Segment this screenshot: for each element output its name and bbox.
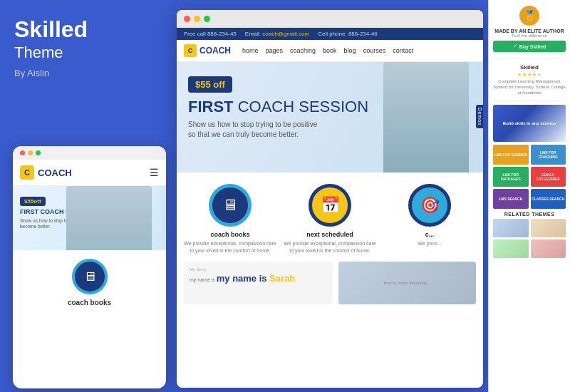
story-name: my name is Sarah [217, 273, 296, 284]
story-row: My Story my name is my name is Sarah how… [177, 262, 483, 304]
related-label: RELATED THEMES [493, 212, 566, 217]
mobile-dot-yellow [28, 150, 33, 155]
nav-courses[interactable]: courses [363, 47, 386, 54]
theme-demos-grid: LMS FOR SUMMER LMS FOR COACHING LMS FOR … [493, 145, 566, 209]
monitor-icon: 🖥 [83, 269, 96, 284]
nav-coaching[interactable]: coaching [290, 47, 316, 54]
mobile-logo-icon: C [20, 165, 34, 180]
related-thumb-4[interactable] [531, 239, 566, 258]
feature-coach-books: 🖥 coach books We provide exceptional, co… [184, 184, 276, 254]
next-scheduled-icon-circle: 📅 [309, 184, 351, 227]
skilled-name: Skilled [493, 64, 566, 71]
target-icon: 🎯 [420, 196, 440, 215]
skilled-stars: ★ ★ ★ ★ ★ [493, 72, 566, 78]
preview-label: Build skills in any science [500, 118, 559, 128]
buy-label: Buy Skilled [519, 44, 546, 49]
nav-pages[interactable]: pages [266, 47, 284, 54]
left-panel: Skilled Theme By Aislin C COACH ☰ $55off… [0, 0, 171, 392]
story-name-start: my name is [190, 277, 217, 282]
next-scheduled-label: next scheduled [284, 231, 376, 238]
theme-subtitle: Theme [14, 43, 157, 62]
mobile-feature-label: coach books [13, 299, 166, 306]
hero-title-rest: COACH SESSION [234, 98, 368, 115]
story-tag: My Story [190, 267, 327, 272]
theme-preview-large: Build skills in any science [493, 105, 566, 142]
browser-logo: C COACH [184, 44, 231, 57]
star-1: ★ [517, 72, 522, 78]
theme-title: Skilled [14, 17, 157, 42]
calendar-icon: 📅 [321, 196, 340, 215]
mobile-feature-section: 🖥 coach books [13, 250, 166, 311]
browser-dot-yellow [194, 16, 200, 22]
browser-dot-red [184, 16, 190, 22]
related-thumb-3[interactable] [493, 239, 529, 258]
mobile-logo-text: COACH [38, 167, 72, 178]
star-2: ★ [522, 72, 527, 78]
browser-titlebar [177, 10, 483, 28]
third-feature-label: c... [383, 231, 476, 238]
nav-contact[interactable]: contact [393, 47, 413, 54]
mobile-hero-badge: $55off [20, 197, 46, 206]
mobile-hamburger-icon: ☰ [150, 167, 159, 178]
related-thumb-2[interactable] [531, 219, 566, 237]
theme-author: By Aislin [14, 68, 157, 78]
coach-books-desc: We provide exceptional, compassion care … [184, 240, 276, 254]
mobile-hero: $55off FIRST COACH SESSI... Show us how … [13, 186, 166, 250]
theme-thumb-lms-packages[interactable]: LMS FOR PACKAGES [493, 167, 529, 187]
mobile-preview: C COACH ☰ $55off FIRST COACH SESSI... Sh… [13, 146, 166, 388]
related-themes-grid [493, 219, 566, 258]
next-scheduled-desc: We provide exceptional, compassion care … [284, 240, 376, 254]
theme-thumb-coach-categories[interactable]: COACH CATEGORIES [531, 167, 566, 187]
browser-hero: Demos $55 off FIRST COACH SESSION Show u… [177, 62, 483, 172]
hero-sub1: Show us how to stop trying to be positiv… [188, 120, 472, 140]
browser-nav-links: home pages coaching book blog courses co… [242, 47, 413, 54]
coach-books-label: coach books [184, 231, 276, 238]
third-feature-desc: We provi... [383, 240, 476, 247]
mobile-dot-green [36, 150, 41, 155]
mobile-hero-image [66, 186, 152, 250]
hero-badge: $55 off [188, 76, 232, 93]
theme-thumb-lms-search[interactable]: LMS SEARCH [493, 189, 529, 209]
mobile-titlebar [13, 146, 166, 160]
mobile-feature-icon: 🖥 [72, 259, 108, 294]
nav-logo-text: COACH [200, 46, 231, 56]
nav-blog[interactable]: blog [344, 47, 356, 54]
cell-phone: Cell phone: 888-234-46 [318, 31, 378, 37]
hero-content: $55 off FIRST COACH SESSION Show us how … [177, 62, 483, 154]
buy-button[interactable]: ✓ Buy Skilled [493, 41, 566, 52]
skilled-info: Skilled ★ ★ ★ ★ ★ Complete Learning Mana… [493, 64, 566, 100]
theme-thumb-classes-search[interactable]: CLASSES SEARCH [531, 189, 566, 209]
features-row: 🖥 coach books We provide exceptional, co… [177, 172, 483, 262]
author-sub: Feel the difference [493, 33, 566, 38]
monitor-icon: 🖥 [222, 196, 238, 215]
hero-title-bold: FIRST [188, 98, 234, 115]
author-badge: 🏅 MADE BY AN ELITE AUTHOR Feel the diffe… [493, 6, 566, 58]
story-intro: my name is my name is Sarah [190, 273, 327, 284]
mobile-dot-red [20, 150, 25, 155]
feature-next-scheduled: 📅 next scheduled We provide exceptional,… [284, 184, 376, 254]
browser-dot-green [204, 16, 210, 22]
coach-books-icon-circle: 🖥 [209, 184, 252, 227]
nav-home[interactable]: home [242, 47, 259, 54]
skilled-desc: Complete Learning Management System for … [493, 79, 566, 96]
checkmark-icon: ✓ [513, 43, 517, 49]
story-card: My Story my name is my name is Sarah [184, 262, 333, 304]
nav-logo-icon: C [184, 44, 197, 57]
star-4: ★ [532, 72, 537, 78]
third-feature-icon-circle: 🎯 [408, 184, 451, 227]
browser-topbar: Free call 888-234-45 Email: coach@gmail.… [177, 28, 483, 40]
story-image: how to make decisions... [338, 262, 476, 304]
related-thumb-1[interactable] [493, 219, 529, 237]
theme-thumb-lms-summer[interactable]: LMS FOR SUMMER [493, 145, 529, 165]
star-3: ★ [527, 72, 532, 78]
mobile-logo: C COACH [20, 165, 72, 180]
theme-thumb-lms-coaching[interactable]: LMS FOR COACHING [531, 145, 566, 165]
sarah-name: Sarah [269, 273, 295, 284]
medal-icon: 🏅 [519, 6, 539, 26]
right-panel: 🏅 MADE BY AN ELITE AUTHOR Feel the diffe… [488, 0, 570, 392]
mobile-nav: C COACH ☰ [13, 160, 166, 186]
hero-title: FIRST COACH SESSION [188, 98, 472, 115]
nav-book[interactable]: book [323, 47, 337, 54]
browser-nav: C COACH home pages coaching book blog co… [177, 40, 483, 62]
email: Email: coach@gmail.com [245, 31, 309, 37]
